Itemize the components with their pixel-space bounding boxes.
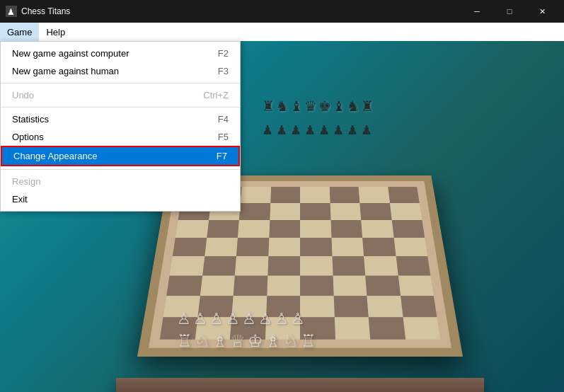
menu-resign[interactable]: Resign [1, 173, 240, 190]
separator-1 [1, 83, 240, 83]
menu-statistics-shortcut: F4 [218, 114, 229, 125]
menu-new-vs-computer[interactable]: New game against computer F2 [1, 45, 240, 62]
menu-new-vs-computer-shortcut: F2 [218, 48, 229, 59]
menu-undo-shortcut: Ctrl+Z [203, 90, 229, 100]
close-button[interactable]: ✕ [526, 0, 558, 23]
title-bar: ♟ Chess Titans ─ □ ✕ [0, 0, 564, 23]
menu-resign-label: Resign [12, 176, 40, 187]
menu-game[interactable]: Game [0, 23, 39, 41]
app-icon: ♟ [6, 6, 17, 17]
menu-new-vs-computer-label: New game against computer [12, 48, 129, 59]
menu-new-vs-human-label: New game against human [12, 66, 119, 76]
menu-help[interactable]: Help [39, 23, 72, 41]
window-controls: ─ □ ✕ [461, 0, 558, 23]
window-title: Chess Titans [21, 6, 461, 16]
menu-exit-label: Exit [12, 194, 28, 204]
menu-help-label: Help [46, 27, 65, 38]
menu-statistics[interactable]: Statistics F4 [1, 110, 240, 128]
menu-new-vs-human[interactable]: New game against human F3 [1, 62, 240, 80]
menu-options[interactable]: Options F5 [1, 128, 240, 146]
menu-undo[interactable]: Undo Ctrl+Z [1, 86, 240, 104]
menu-statistics-label: Statistics [12, 114, 49, 125]
minimize-button[interactable]: ─ [461, 0, 493, 23]
menu-bar: Game Help [0, 23, 564, 41]
menu-change-appearance-shortcut: F7 [217, 151, 227, 161]
svg-text:♟: ♟ [7, 7, 15, 17]
menu-exit[interactable]: Exit [1, 190, 240, 208]
separator-2 [1, 107, 240, 108]
menu-options-shortcut: F5 [218, 132, 229, 142]
menu-change-appearance-label: Change Appearance [13, 151, 98, 161]
menu-options-label: Options [12, 132, 44, 142]
menu-change-appearance[interactable]: Change Appearance F7 [1, 146, 240, 166]
menu-game-label: Game [7, 27, 32, 38]
maximize-button[interactable]: □ [493, 0, 526, 23]
game-menu-dropdown: New game against computer F2 New game ag… [0, 41, 241, 212]
separator-3 [1, 169, 240, 170]
menu-undo-label: Undo [12, 90, 34, 100]
menu-new-vs-human-shortcut: F3 [218, 66, 229, 76]
